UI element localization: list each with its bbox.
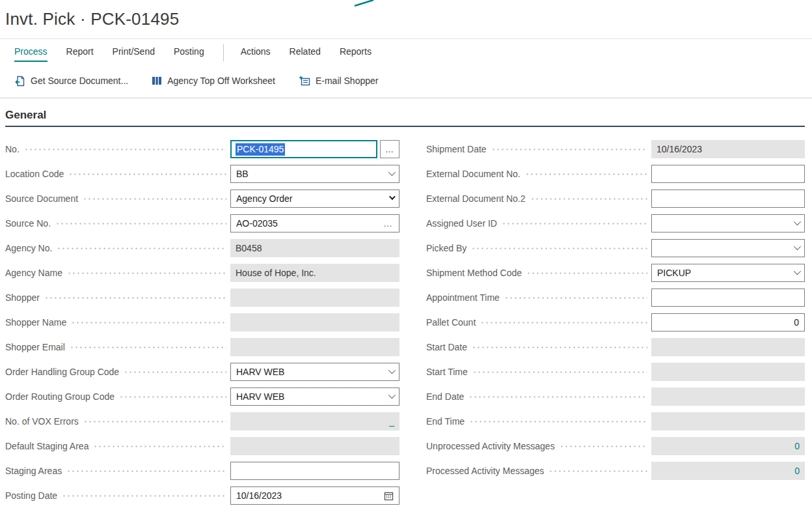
dotted-leader (55, 223, 226, 225)
dotted-leader (548, 470, 647, 472)
dotted-leader (71, 322, 226, 324)
end-date-label: End Date (426, 391, 464, 402)
chevron-down-icon[interactable] (389, 193, 396, 200)
end-time-label: End Time (426, 416, 465, 427)
dotted-leader (471, 247, 647, 249)
processed-activity-messages-link[interactable]: 0 (794, 466, 800, 476)
unprocessed-activity-messages-label: Unprocessed Activity Messages (426, 441, 555, 451)
assist-ellipsis-icon[interactable]: … (383, 218, 394, 229)
source-document-value: Agency Order (236, 193, 385, 204)
staging-areas-label: Staging Areas (5, 466, 62, 476)
location-code-value: BB (236, 169, 385, 179)
field-row-shipment-method-code: Shipment Method Code PICKUP (426, 264, 805, 282)
get-source-document-icon (14, 76, 25, 87)
worksheet-columns-icon (152, 76, 162, 86)
get-source-document-button[interactable]: Get Source Document... (14, 76, 128, 87)
menu-actions[interactable]: Actions (241, 44, 271, 62)
dotted-leader (560, 445, 647, 447)
source-no-input[interactable]: AO-02035 … (230, 214, 399, 232)
field-row-agency-name: Agency Name House of Hope, Inc. (5, 264, 399, 282)
source-document-label: Source Document (5, 193, 78, 204)
no-assist-button[interactable]: … (380, 140, 399, 158)
posting-date-value: 10/16/2023 (236, 490, 380, 501)
general-section-header: General (5, 109, 805, 127)
staging-areas-input[interactable] (230, 462, 399, 480)
end-time-field (651, 412, 805, 430)
pallet-count-input[interactable]: 0 (651, 313, 805, 331)
chevron-down-icon[interactable] (794, 242, 801, 249)
email-shopper-button[interactable]: E-mail Shopper (299, 76, 379, 87)
unprocessed-activity-messages-link[interactable]: 0 (794, 441, 800, 451)
chevron-down-icon[interactable] (794, 267, 801, 274)
shipment-method-code-lookup[interactable]: PICKUP (651, 264, 805, 282)
start-time-field (651, 363, 805, 381)
field-row-shopper-email: Shopper Email (5, 338, 399, 356)
field-row-agency-no: Agency No. B0458 (5, 239, 399, 257)
dotted-leader (472, 346, 647, 348)
chevron-down-icon[interactable] (388, 366, 396, 373)
picked-by-lookup[interactable] (651, 239, 805, 257)
order-handling-group-code-value: HARV WEB (236, 367, 385, 377)
end-date-field (651, 387, 805, 406)
field-row-appointment-time: Appointment Time (426, 289, 805, 307)
order-handling-group-code-label: Order Handling Group Code (5, 367, 119, 377)
field-row-pallet-count: Pallet Count 0 (426, 313, 805, 331)
source-no-label: Source No. (5, 218, 51, 229)
dotted-leader (526, 272, 647, 274)
shipment-method-code-value: PICKUP (657, 268, 790, 278)
field-row-location-code: Location Code BB (5, 165, 399, 183)
menu-reports[interactable]: Reports (340, 44, 372, 62)
menu-print-send[interactable]: Print/Send (113, 44, 155, 62)
chevron-down-icon[interactable] (388, 391, 396, 398)
assigned-user-id-lookup[interactable] (651, 214, 805, 232)
posting-date-input[interactable]: 10/16/2023 (230, 486, 399, 505)
field-row-staging-areas: Staging Areas (5, 462, 399, 480)
external-document-no2-input[interactable] (651, 190, 805, 208)
actionbar-divider (0, 98, 812, 98)
menu-process[interactable]: Process (14, 44, 47, 62)
fields-column-left: No. PCK-01495 … Location Code BB Source … (5, 140, 399, 511)
field-row-start-date: Start Date (426, 338, 805, 356)
menu-posting[interactable]: Posting (174, 44, 204, 62)
agency-top-off-worksheet-button[interactable]: Agency Top Off Worksheet (152, 76, 275, 86)
menu-related[interactable]: Related (290, 44, 321, 62)
dotted-leader (472, 371, 647, 373)
shopper-label: Shopper (5, 292, 40, 303)
dotted-leader (44, 297, 226, 299)
section-title[interactable]: General (5, 109, 805, 126)
agency-no-field: B0458 (230, 239, 399, 257)
no-of-vox-errors-label: No. of VOX Errors (5, 416, 79, 427)
location-code-lookup[interactable]: BB (230, 165, 399, 183)
field-row-posting-date: Posting Date 10/16/2023 (5, 486, 399, 505)
fields-column-right: Shipment Date 10/16/2023 External Docume… (426, 140, 805, 511)
chevron-down-icon[interactable] (388, 168, 396, 175)
order-handling-group-code-lookup[interactable]: HARV WEB (230, 363, 399, 381)
get-source-document-label: Get Source Document... (31, 76, 128, 86)
menu-report[interactable]: Report (66, 44, 94, 62)
external-document-no-input[interactable] (651, 165, 805, 183)
dotted-leader (530, 198, 647, 200)
calendar-icon[interactable] (384, 491, 394, 501)
dotted-leader (83, 421, 226, 423)
shipment-date-field: 10/16/2023 (651, 140, 805, 158)
field-row-default-staging-area: Default Staging Area (5, 437, 399, 455)
dotted-leader (93, 445, 226, 447)
order-routing-group-code-lookup[interactable]: HARV WEB (230, 387, 399, 406)
no-input[interactable]: PCK-01495 (230, 140, 377, 158)
chevron-down-icon[interactable] (794, 218, 801, 225)
field-row-picked-by: Picked By (426, 239, 805, 257)
ribbon-menu: Process Report Print/Send Posting Action… (0, 39, 812, 66)
general-fields: No. PCK-01495 … Location Code BB Source … (0, 127, 812, 511)
appointment-time-input[interactable] (651, 289, 805, 307)
field-row-end-date: End Date (426, 387, 805, 406)
dotted-leader (504, 297, 647, 299)
dotted-leader (525, 173, 647, 175)
no-of-vox-errors-field: _ (230, 412, 399, 430)
field-row-no: No. PCK-01495 … (5, 140, 399, 158)
page-title: Invt. Pick · PCK-01495 (5, 9, 812, 29)
dotted-leader (24, 148, 226, 150)
shopper-email-field (230, 338, 399, 356)
no-label: No. (5, 144, 20, 154)
source-document-select[interactable]: Agency Order (230, 190, 399, 208)
start-date-label: Start Date (426, 342, 467, 352)
